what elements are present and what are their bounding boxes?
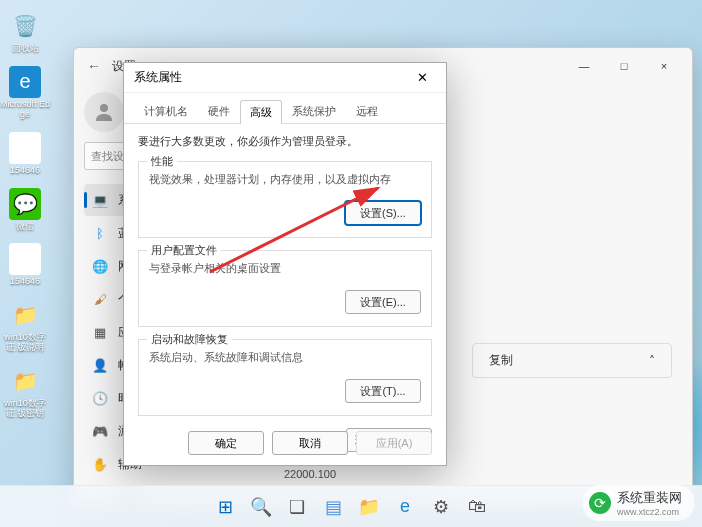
user-profiles-settings-button[interactable]: 设置(E)... [345, 290, 421, 314]
desktop-icon-settings-shortcut-1[interactable]: ⚙154646 [0, 132, 50, 176]
dialog-title: 系统属性 [134, 69, 182, 86]
edge-icon: e [9, 66, 41, 98]
settings-shortcut-2-icon: ⚙ [9, 243, 41, 275]
desktop-icon-label: 154646 [0, 166, 50, 176]
svg-point-0 [100, 104, 108, 112]
desktop-icon-label: win10数字证 版说明 [0, 333, 50, 353]
nav-time-icon: 🕓 [92, 390, 108, 406]
desktop-icon-label: 微信 [0, 222, 50, 232]
desktop-icon-wechat[interactable]: 💬微信 [0, 188, 50, 232]
nav-bluetooth-icon: ᛒ [92, 225, 108, 241]
desktop-icon-edge[interactable]: eMicrosoft Edge [0, 66, 50, 120]
folder-1-icon: 📁 [9, 299, 41, 331]
edge-icon: e [400, 496, 410, 517]
desktop-icon-label: 回收站 [0, 44, 50, 54]
ok-button[interactable]: 确定 [188, 431, 264, 455]
startup-recovery-group-title: 启动和故障恢复 [147, 332, 232, 347]
avatar [84, 92, 124, 132]
nav-system-icon: 💻 [92, 192, 108, 208]
desktop-icon-recycle-bin[interactable]: 🗑️回收站 [0, 10, 50, 54]
build-number: 22000.100 [284, 468, 672, 480]
tab-4[interactable]: 远程 [346, 99, 388, 123]
tab-2[interactable]: 高级 [240, 100, 282, 124]
performance-group-title: 性能 [147, 154, 177, 169]
desktop-icon-settings-shortcut-2[interactable]: ⚙154646 [0, 243, 50, 287]
system-properties-dialog: 系统属性 ✕ 计算机名硬件高级系统保护远程 要进行大多数更改，你必须作为管理员登… [123, 62, 447, 466]
taskbar-settings[interactable]: ⚙ [426, 492, 456, 522]
startup-recovery-settings-button[interactable]: 设置(T)... [345, 379, 421, 403]
minimize-button[interactable]: — [564, 52, 604, 80]
performance-group: 性能 视觉效果，处理器计划，内存使用，以及虚拟内存 设置(S)... [138, 161, 432, 238]
watermark-url: www.xtcz2.com [617, 507, 682, 517]
dialog-close-button[interactable]: ✕ [408, 67, 436, 89]
maximize-button[interactable]: □ [604, 52, 644, 80]
tab-3[interactable]: 系统保护 [282, 99, 346, 123]
desktop-icon-folder-2[interactable]: 📁win10数字证 版密钥 [0, 365, 50, 419]
settings-shortcut-1-icon: ⚙ [9, 132, 41, 164]
user-profiles-group-title: 用户配置文件 [147, 243, 221, 258]
desktop-icon-label: 154646 [0, 277, 50, 287]
taskbar-store[interactable]: 🛍 [462, 492, 492, 522]
performance-group-desc: 视觉效果，处理器计划，内存使用，以及虚拟内存 [149, 172, 421, 187]
nav-personalization-icon: 🖌 [92, 291, 108, 307]
folder-2-icon: 📁 [9, 365, 41, 397]
recycle-bin-icon: 🗑️ [9, 10, 41, 42]
nav-accessibility-icon: ✋ [92, 456, 108, 472]
cancel-button[interactable]: 取消 [272, 431, 348, 455]
watermark-logo-icon: ⟳ [589, 492, 611, 514]
taskbar-taskview[interactable]: ❏ [282, 492, 312, 522]
nav-network-icon: 🌐 [92, 258, 108, 274]
start-icon: ⊞ [218, 496, 233, 518]
nav-accounts-icon: 👤 [92, 357, 108, 373]
user-profiles-group-desc: 与登录帐户相关的桌面设置 [149, 261, 421, 276]
close-button[interactable]: × [644, 52, 684, 80]
taskbar-explorer[interactable]: 📁 [354, 492, 384, 522]
taskbar-search[interactable]: 🔍 [246, 492, 276, 522]
startup-recovery-group-desc: 系统启动、系统故障和调试信息 [149, 350, 421, 365]
explorer-icon: 📁 [358, 496, 380, 518]
settings-icon: ⚙ [433, 496, 449, 518]
back-button[interactable]: ← [82, 58, 106, 74]
copy-button[interactable]: 复制 ˄ [472, 343, 672, 378]
nav-apps-icon: ▦ [92, 324, 108, 340]
desktop-icon-folder-1[interactable]: 📁win10数字证 版说明 [0, 299, 50, 353]
tab-0[interactable]: 计算机名 [134, 99, 198, 123]
chevron-up-icon: ˄ [649, 354, 655, 368]
user-profiles-group: 用户配置文件 与登录帐户相关的桌面设置 设置(E)... [138, 250, 432, 327]
watermark-text: 系统重装网 [617, 490, 682, 505]
widgets-icon: ▤ [325, 496, 342, 518]
admin-required-message: 要进行大多数更改，你必须作为管理员登录。 [138, 134, 432, 149]
apply-button[interactable]: 应用(A) [356, 431, 432, 455]
performance-settings-button[interactable]: 设置(S)... [345, 201, 421, 225]
taskbar-widgets[interactable]: ▤ [318, 492, 348, 522]
search-icon: 🔍 [250, 496, 272, 518]
watermark: ⟳ 系统重装网 www.xtcz2.com [583, 485, 694, 521]
desktop-icon-label: Microsoft Edge [0, 100, 50, 120]
taskview-icon: ❏ [289, 496, 305, 518]
nav-gaming-icon: 🎮 [92, 423, 108, 439]
taskbar-edge[interactable]: e [390, 492, 420, 522]
startup-recovery-group: 启动和故障恢复 系统启动、系统故障和调试信息 设置(T)... [138, 339, 432, 416]
tab-1[interactable]: 硬件 [198, 99, 240, 123]
store-icon: 🛍 [468, 496, 486, 517]
wechat-icon: 💬 [9, 188, 41, 220]
taskbar-start[interactable]: ⊞ [210, 492, 240, 522]
desktop-icon-label: win10数字证 版密钥 [0, 399, 50, 419]
